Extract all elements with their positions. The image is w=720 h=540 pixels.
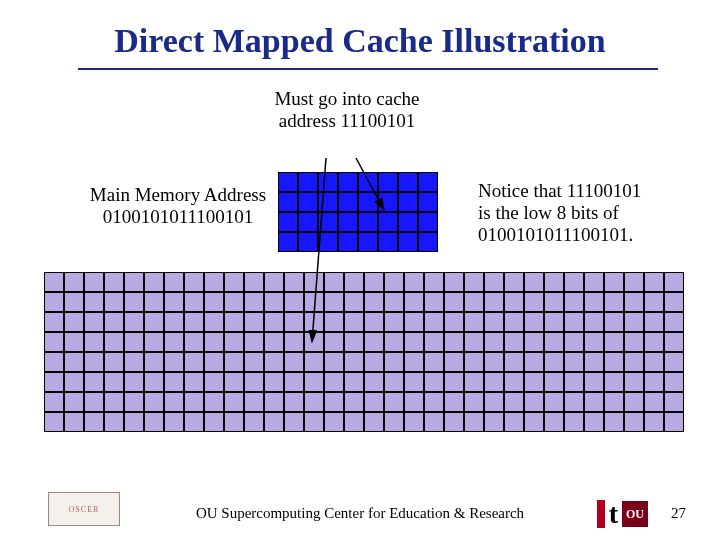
cache-cell — [418, 192, 438, 212]
memory-cell — [204, 272, 224, 292]
memory-cell — [264, 332, 284, 352]
memory-cell — [64, 392, 84, 412]
memory-cell — [664, 372, 684, 392]
cache-cell — [298, 172, 318, 192]
memory-cell — [104, 352, 124, 372]
memory-cell — [464, 332, 484, 352]
cache-cell — [358, 232, 378, 252]
cache-cell — [378, 172, 398, 192]
memory-cell — [84, 392, 104, 412]
cache-cell — [338, 172, 358, 192]
memory-cell — [204, 372, 224, 392]
memory-cell — [324, 372, 344, 392]
memory-cell — [404, 392, 424, 412]
memory-cell — [544, 312, 564, 332]
memory-cell — [484, 352, 504, 372]
memory-cell — [664, 292, 684, 312]
memory-cell — [124, 392, 144, 412]
memory-cell — [404, 312, 424, 332]
memory-cell — [604, 312, 624, 332]
cache-cell — [418, 232, 438, 252]
memory-cell — [644, 352, 664, 372]
memory-cell — [484, 332, 504, 352]
cache-grid — [278, 172, 438, 252]
memory-cell — [164, 352, 184, 372]
memory-cell — [564, 272, 584, 292]
memory-cell — [504, 312, 524, 332]
memory-cell — [244, 352, 264, 372]
memory-cell — [44, 392, 64, 412]
memory-cell — [64, 352, 84, 372]
memory-cell — [584, 312, 604, 332]
cache-cell — [358, 192, 378, 212]
memory-cell — [364, 372, 384, 392]
memory-cell — [164, 412, 184, 432]
memory-cell — [344, 292, 364, 312]
memory-cell — [604, 372, 624, 392]
memory-cell — [324, 312, 344, 332]
memory-cell — [84, 312, 104, 332]
memory-cell — [244, 392, 264, 412]
memory-cell — [344, 412, 364, 432]
memory-cell — [64, 312, 84, 332]
memory-cell — [464, 372, 484, 392]
cache-cell — [278, 172, 298, 192]
must-go-caption: Must go into cache address 11100101 — [272, 88, 422, 132]
cache-cell — [338, 192, 358, 212]
memory-cell — [544, 372, 564, 392]
memory-cell — [364, 292, 384, 312]
memory-cell — [264, 272, 284, 292]
memory-cell — [224, 392, 244, 412]
memory-cell — [504, 272, 524, 292]
cache-cell — [298, 192, 318, 212]
memory-cell — [224, 372, 244, 392]
memory-cell — [564, 372, 584, 392]
memory-cell — [124, 292, 144, 312]
cache-cell — [298, 232, 318, 252]
memory-cell — [144, 352, 164, 372]
memory-cell — [324, 272, 344, 292]
memory-cell — [544, 332, 564, 352]
memory-cell — [344, 372, 364, 392]
memory-cell — [184, 372, 204, 392]
page-number: 27 — [671, 505, 686, 522]
cache-cell — [318, 212, 338, 232]
memory-cell — [324, 292, 344, 312]
memory-cell — [184, 292, 204, 312]
memory-cell — [604, 392, 624, 412]
memory-cell — [484, 392, 504, 412]
memory-cell — [504, 372, 524, 392]
memory-cell — [464, 292, 484, 312]
oscer-logo: OSCER — [48, 492, 120, 526]
memory-cell — [244, 272, 264, 292]
main-memory-grid — [44, 272, 684, 432]
memory-cell — [364, 272, 384, 292]
memory-cell — [644, 392, 664, 412]
memory-cell — [164, 392, 184, 412]
memory-cell — [624, 312, 644, 332]
memory-cell — [424, 292, 444, 312]
memory-cell — [144, 312, 164, 332]
memory-cell — [204, 352, 224, 372]
memory-cell — [264, 312, 284, 332]
memory-cell — [604, 272, 624, 292]
memory-cell — [444, 412, 464, 432]
memory-cell — [384, 392, 404, 412]
memory-cell — [124, 352, 144, 372]
memory-cell — [484, 412, 504, 432]
memory-cell — [44, 332, 64, 352]
cache-cell — [398, 232, 418, 252]
cache-cell — [418, 172, 438, 192]
memory-cell — [624, 352, 644, 372]
memory-cell — [244, 412, 264, 432]
it-logo-bar — [597, 500, 605, 528]
memory-cell — [324, 352, 344, 372]
memory-cell — [64, 292, 84, 312]
memory-cell — [564, 332, 584, 352]
cache-cell — [398, 172, 418, 192]
memory-cell — [464, 312, 484, 332]
memory-cell — [164, 372, 184, 392]
notice-line3: 0100101011100101. — [478, 224, 633, 245]
memory-cell — [564, 352, 584, 372]
memory-cell — [224, 272, 244, 292]
